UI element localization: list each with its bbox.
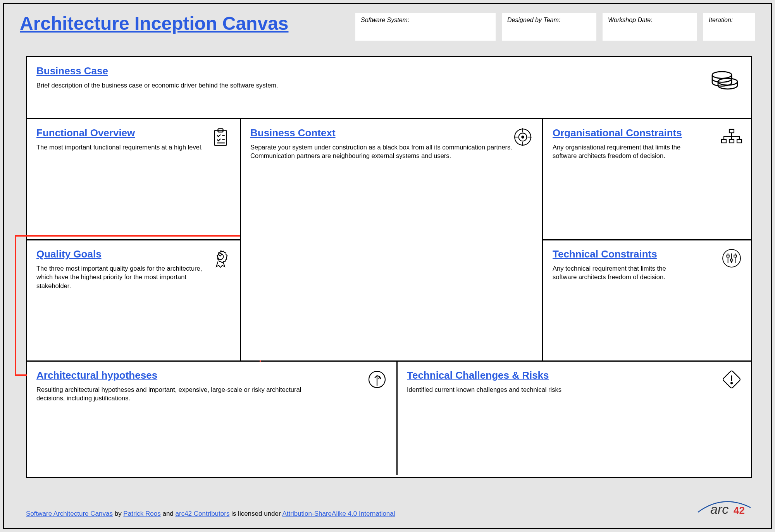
footer-by: by (113, 510, 123, 517)
business-case-desc: Brief description of the business case o… (36, 81, 601, 89)
warning-diamond-icon (720, 368, 743, 391)
business-context-desc: Separate your system under construction … (250, 143, 516, 160)
svg-point-35 (731, 383, 732, 384)
organisational-constraints-title[interactable]: Organisational Constraints (553, 127, 742, 139)
svg-point-7 (217, 254, 223, 259)
meta-workshop-date[interactable]: Workshop Date: (603, 13, 697, 41)
footer: Software Architecture Canvas by Patrick … (26, 496, 752, 518)
section-quality-goals: Quality Goals The three most important q… (27, 240, 240, 360)
section-architectural-hypotheses: Architectural hypotheses Resulting archi… (27, 362, 398, 475)
svg-rect-15 (729, 129, 734, 133)
svg-rect-22 (729, 139, 734, 143)
canvas-frame: Architecture Inception Canvas Software S… (3, 3, 772, 529)
svg-point-0 (712, 72, 732, 79)
functional-overview-title[interactable]: Functional Overview (36, 127, 231, 139)
org-chart-icon (720, 125, 743, 149)
footer-and: and (161, 510, 176, 517)
mid-wrap: Functional Overview The most important f… (27, 119, 751, 362)
section-organisational-constraints: Organisational Constraints Any organisat… (543, 119, 751, 240)
footer-link-license[interactable]: Attribution-ShareAlike 4.0 International (282, 510, 395, 517)
svg-point-10 (522, 136, 524, 138)
section-functional-overview: Functional Overview The most important f… (27, 119, 240, 240)
row-bottom: Architectural hypotheses Resulting archi… (27, 362, 751, 475)
meta-designed-by-team[interactable]: Designed by Team: (502, 13, 596, 41)
footer-link-canvas[interactable]: Software Architecture Canvas (26, 510, 113, 517)
award-badge-icon (209, 247, 232, 270)
footer-link-author[interactable]: Patrick Roos (123, 510, 160, 517)
svg-rect-26 (727, 255, 729, 257)
technical-constraints-desc: Any technical requirement that limits th… (553, 264, 685, 281)
meta-workshop-date-label: Workshop Date: (608, 17, 692, 24)
meta-software-system-label: Software System: (361, 17, 490, 24)
header-row: Architecture Inception Canvas Software S… (4, 4, 771, 45)
business-case-title[interactable]: Business Case (36, 65, 742, 77)
col-left: Functional Overview The most important f… (27, 119, 240, 360)
section-business-context: Business Context Separate your system un… (240, 119, 543, 360)
arc42-logo: arc 42 (694, 496, 752, 518)
col-right: Organisational Constraints Any organisat… (543, 119, 751, 360)
clipboard-checklist-icon (209, 125, 232, 149)
section-technical-constraints: Technical Constraints Any technical requ… (543, 240, 751, 360)
footer-attribution: Software Architecture Canvas by Patrick … (26, 510, 395, 518)
quality-goals-desc: The three most important quality goals f… (36, 264, 211, 290)
svg-rect-23 (737, 139, 742, 143)
business-context-title[interactable]: Business Context (250, 127, 533, 139)
meta-iteration[interactable]: Iteration: (703, 13, 755, 41)
functional-overview-desc: The most important functional requiremen… (36, 143, 211, 151)
architectural-hypotheses-desc: Resulting architectural hypotheses and i… (36, 385, 310, 403)
signpost-arrow-icon (365, 368, 389, 391)
meta-designed-by-team-label: Designed by Team: (507, 17, 591, 24)
footer-licensed: is licensed under (229, 510, 282, 517)
svg-rect-30 (734, 255, 736, 257)
section-business-case: Business Case Brief description of the b… (27, 57, 751, 119)
technical-constraints-title[interactable]: Technical Constraints (553, 248, 742, 260)
organisational-constraints-desc: Any organisational requirement that limi… (553, 143, 685, 160)
meta-software-system[interactable]: Software System: (355, 13, 496, 41)
arc42-logo-arc: arc (710, 502, 728, 517)
coins-icon (708, 63, 740, 96)
technical-challenges-title[interactable]: Technical Challenges & Risks (407, 369, 742, 381)
meta-iteration-label: Iteration: (709, 17, 750, 24)
sliders-icon (720, 247, 743, 270)
technical-challenges-desc: Identified current known challenges and … (407, 385, 668, 394)
target-crosshair-icon (511, 125, 534, 149)
quality-goals-title[interactable]: Quality Goals (36, 248, 231, 260)
page-title[interactable]: Architecture Inception Canvas (20, 13, 349, 34)
arc42-logo-42: 42 (734, 505, 745, 516)
canvas-grid: Business Case Brief description of the b… (26, 56, 752, 478)
footer-link-contributors[interactable]: arc42 Contributors (176, 510, 230, 517)
svg-rect-28 (730, 259, 733, 261)
section-technical-challenges-risks: Technical Challenges & Risks Identified … (398, 362, 751, 475)
svg-rect-21 (722, 139, 726, 143)
architectural-hypotheses-title[interactable]: Architectural hypotheses (36, 369, 387, 381)
